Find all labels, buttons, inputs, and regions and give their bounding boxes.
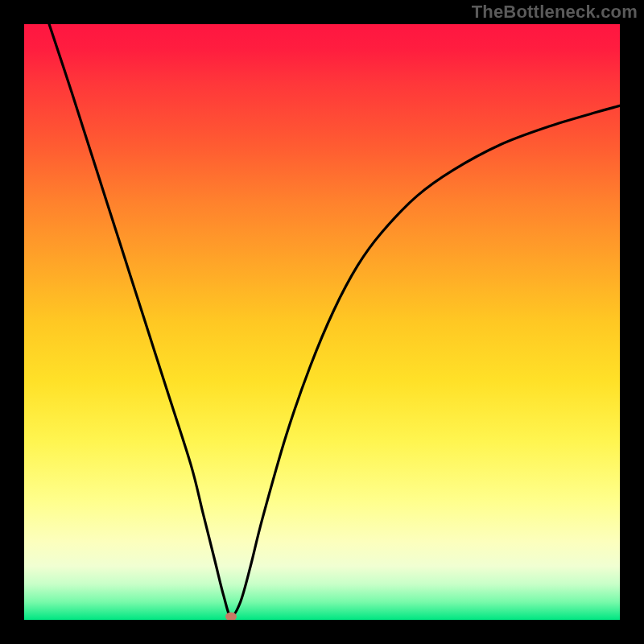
curve-path	[49, 24, 620, 617]
watermark-text: TheBottleneck.com	[472, 2, 638, 23]
optimal-point-marker	[225, 612, 237, 620]
plot-area	[24, 24, 620, 620]
chart-frame: TheBottleneck.com	[0, 0, 644, 644]
bottleneck-curve	[24, 24, 620, 620]
